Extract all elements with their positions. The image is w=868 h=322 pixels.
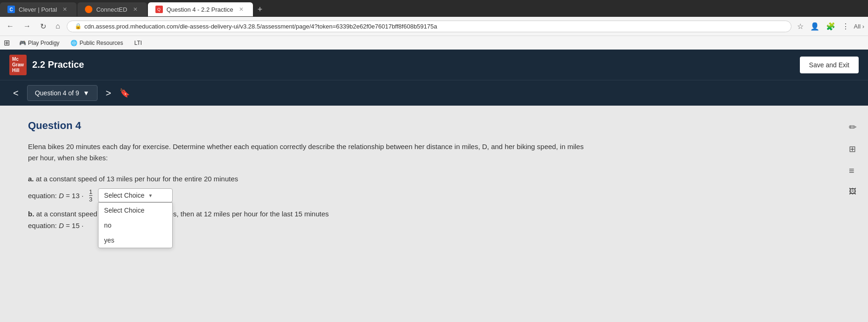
address-text: cdn.assess.prod.mheducation.com/dle-asse… [84, 23, 437, 30]
menu-button[interactable]: ⋮ [840, 20, 851, 33]
clever-favicon: C [7, 6, 15, 13]
logo-line1: Mc [12, 57, 24, 62]
lti-label: LTI [134, 40, 142, 46]
question-selector-label: Question 4 of 9 [35, 89, 79, 97]
next-question-button[interactable]: > [102, 86, 115, 100]
all-button[interactable]: All › [854, 23, 864, 30]
pencil-icon[interactable]: ✏ [847, 120, 859, 135]
tab-connected[interactable]: ConnectED ✕ [77, 2, 147, 16]
dropdown-item-yes[interactable]: yes [98, 233, 172, 248]
question-title: Question 4 [28, 120, 840, 132]
public-resources-icon: 🌐 [70, 40, 77, 46]
home-button[interactable]: ⌂ [53, 20, 63, 32]
dropdown-item-select-choice[interactable]: Select Choice [98, 203, 172, 218]
tab-question[interactable]: Q Question 4 - 2.2 Practice ✕ [148, 2, 253, 16]
question-selector[interactable]: Question 4 of 9 ▼ [27, 85, 98, 101]
bookmarks-bar: ⊞ 🎮 Play Prodigy 🌐 Public Resources LTI [0, 36, 868, 50]
bookmark-icon[interactable]: 🔖 [119, 88, 130, 98]
back-button[interactable]: ← [4, 20, 17, 32]
bookmark-public-resources[interactable]: 🌐 Public Resources [69, 39, 125, 47]
bookmark-star-button[interactable]: ☆ [795, 20, 805, 33]
dropdown-arrow-a: ▼ [148, 193, 153, 198]
bookmark-lti[interactable]: LTI [133, 39, 144, 47]
bookmark-prodigy[interactable]: 🎮 Play Prodigy [17, 39, 61, 47]
prodigy-label: Play Prodigy [28, 40, 59, 46]
part-b-description: at a constant speed of [36, 210, 107, 218]
part-a-description: at a constant speed of 13 miles per hour… [36, 175, 238, 183]
tab-clever-close[interactable]: ✕ [61, 5, 69, 14]
dropdown-item-no[interactable]: no [98, 218, 172, 233]
save-exit-button[interactable]: Save and Exit [800, 57, 859, 73]
logo-line2: Graw [12, 62, 24, 68]
question-selector-arrow: ▼ [83, 89, 90, 97]
new-tab-button[interactable]: + [254, 5, 266, 14]
select-button-a[interactable]: Select Choice ▼ [98, 188, 173, 202]
part-a-label: a. at a constant speed of 13 miles per h… [28, 175, 840, 183]
equation-row-a: equation: D = 13 · 1 3 Select Choice ▼ S… [28, 188, 840, 202]
forward-button[interactable]: → [21, 20, 34, 32]
dropdown-menu-a: Select Choice no yes [98, 202, 173, 248]
tab-bar: C Clever | Portal ✕ ConnectED ✕ Q Questi… [0, 0, 868, 17]
main-content: ✏ ⊞ ≡ 🖼 Question 4 Elena bikes 20 minute… [0, 106, 868, 322]
profile-button[interactable]: 👤 [808, 20, 821, 33]
public-resources-label: Public Resources [79, 40, 123, 46]
equation-prefix-b: equation: D = 15 · [28, 222, 84, 229]
tab-clever[interactable]: C Clever | Portal ✕ [0, 2, 77, 16]
lock-icon: 🔒 [75, 23, 82, 29]
question-nav: < Question 4 of 9 ▼ > 🔖 [0, 80, 868, 106]
app-header: Mc Graw Hill 2.2 Practice Save and Exit [0, 50, 868, 80]
table-icon[interactable]: ⊞ [847, 142, 859, 156]
fraction-a: 1 3 [89, 189, 92, 202]
nav-actions: ☆ 👤 🧩 ⋮ All › [795, 20, 864, 33]
tab-question-label: Question 4 - 2.2 Practice [167, 6, 233, 13]
browser-chrome: C Clever | Portal ✕ ConnectED ✕ Q Questi… [0, 0, 868, 50]
part-a: a. at a constant speed of 13 miles per h… [28, 175, 840, 202]
equation-prefix-a: equation: D = 13 · [28, 192, 84, 200]
nav-bar: ← → ↻ ⌂ 🔒 cdn.assess.prod.mheducation.co… [0, 17, 868, 36]
apps-icon[interactable]: ⊞ [4, 38, 10, 47]
app-title: 2.2 Practice [32, 59, 800, 70]
logo-line3: Hill [12, 68, 24, 73]
extension-button[interactable]: 🧩 [824, 20, 837, 33]
prodigy-icon: 🎮 [19, 40, 26, 46]
reload-button[interactable]: ↻ [37, 20, 49, 33]
tab-connected-close[interactable]: ✕ [131, 5, 140, 14]
fraction-numerator: 1 [89, 189, 92, 196]
tab-question-close[interactable]: ✕ [237, 5, 245, 14]
mcgrawhill-logo: Mc Graw Hill [9, 55, 27, 75]
prev-question-button[interactable]: < [9, 86, 22, 100]
select-button-label: Select Choice [104, 192, 144, 199]
image-icon[interactable]: 🖼 [847, 186, 859, 198]
address-bar[interactable]: 🔒 cdn.assess.prod.mheducation.com/dle-as… [67, 21, 791, 32]
part-b-letter: b. [28, 210, 34, 218]
question-text: Elena bikes 20 minutes each day for exer… [28, 141, 588, 164]
connected-favicon [85, 6, 92, 13]
select-dropdown-a[interactable]: Select Choice ▼ Select Choice no yes [98, 188, 173, 202]
question-favicon: Q [155, 6, 163, 13]
lines-icon[interactable]: ≡ [847, 164, 859, 178]
tab-connected-label: ConnectED [96, 6, 127, 13]
tab-clever-label: Clever | Portal [19, 6, 57, 13]
right-sidebar: ✏ ⊞ ≡ 🖼 [847, 120, 859, 198]
fraction-denominator: 3 [89, 196, 92, 202]
